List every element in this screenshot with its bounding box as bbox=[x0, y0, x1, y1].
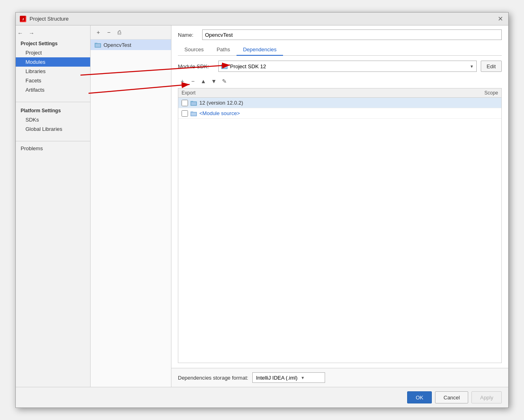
name-input[interactable] bbox=[202, 29, 502, 40]
svg-text:J: J bbox=[22, 17, 24, 21]
sdk-dropdown[interactable]: Project SDK 12 ▼ bbox=[218, 61, 477, 72]
title-bar-left: J Project Structure bbox=[20, 16, 69, 22]
remove-dep-button[interactable]: − bbox=[188, 77, 197, 86]
nav-back-button[interactable]: ← bbox=[16, 29, 25, 38]
storage-format-row: Dependencies storage format: IntelliJ ID… bbox=[171, 368, 508, 387]
add-dep-button[interactable]: + bbox=[178, 77, 187, 86]
sidebar-item-problems[interactable]: Problems bbox=[16, 144, 90, 153]
sidebar-item-modules[interactable]: Modules bbox=[16, 57, 90, 67]
sdk-dropdown-arrow-icon: ▼ bbox=[470, 64, 474, 69]
name-label: Name: bbox=[178, 32, 198, 38]
content-panel: Name: Sources Paths Dependencies bbox=[171, 25, 508, 387]
content-body: Module SDK: Project SDK 12 ▼ Edit bbox=[171, 56, 508, 368]
sidebar-spacer-1 bbox=[16, 94, 90, 99]
dialog-body: ← → Project Settings Project Modules Lib… bbox=[16, 25, 508, 387]
tabs: Sources Paths Dependencies bbox=[178, 44, 502, 56]
title-bar: J Project Structure ✕ bbox=[16, 13, 508, 25]
sidebar-item-project[interactable]: Project bbox=[16, 48, 90, 57]
svg-rect-12 bbox=[190, 111, 193, 113]
remove-module-button[interactable]: − bbox=[104, 28, 113, 37]
sidebar: ← → Project Settings Project Modules Lib… bbox=[16, 25, 91, 387]
svg-rect-7 bbox=[222, 65, 227, 68]
sidebar-item-global-libraries[interactable]: Global Libraries bbox=[16, 124, 90, 134]
nav-buttons: ← → bbox=[16, 29, 87, 38]
svg-rect-6 bbox=[221, 64, 224, 65]
close-button[interactable]: ✕ bbox=[496, 15, 504, 23]
move-up-dep-button[interactable]: ▲ bbox=[199, 77, 208, 86]
dep-row-sdk[interactable]: 12 (version 12.0.2) bbox=[178, 98, 501, 108]
dep-source-folder-icon bbox=[190, 111, 197, 116]
module-list-panel: + − ⎙ Ope bbox=[91, 25, 171, 387]
dep-table: Export Scope bbox=[178, 88, 502, 363]
module-sdk-label: Module SDK: bbox=[178, 63, 214, 69]
sidebar-item-facets[interactable]: Facets bbox=[16, 76, 90, 85]
project-settings-header: Project Settings bbox=[16, 39, 90, 48]
sidebar-spacer-2 bbox=[16, 134, 90, 139]
svg-rect-13 bbox=[191, 113, 196, 116]
module-list: OpencvTest bbox=[91, 40, 171, 387]
dep-table-body: 12 (version 12.0.2) bbox=[178, 98, 501, 363]
copy-module-button[interactable]: ⎙ bbox=[115, 28, 124, 37]
module-folder-icon bbox=[95, 42, 101, 48]
dep-row-source-label: <Module source> bbox=[199, 110, 458, 116]
sidebar-divider-2 bbox=[16, 141, 90, 141]
sidebar-divider-1 bbox=[16, 102, 90, 102]
tab-paths[interactable]: Paths bbox=[210, 44, 237, 56]
svg-rect-3 bbox=[95, 43, 97, 44]
dep-scope-header: Scope bbox=[458, 90, 498, 96]
tab-sources[interactable]: Sources bbox=[178, 44, 210, 56]
module-list-item[interactable]: OpencvTest bbox=[91, 40, 171, 50]
platform-settings-header: Platform Settings bbox=[16, 106, 90, 115]
dep-row-module-source[interactable]: <Module source> bbox=[178, 108, 501, 119]
ok-button[interactable]: OK bbox=[407, 391, 432, 403]
dep-row-sdk-label: 12 (version 12.0.2) bbox=[199, 100, 458, 106]
module-sdk-row: Module SDK: Project SDK 12 ▼ Edit bbox=[178, 61, 502, 72]
svg-rect-4 bbox=[95, 44, 100, 47]
sidebar-item-libraries[interactable]: Libraries bbox=[16, 67, 90, 76]
dep-row-sdk-checkbox[interactable] bbox=[182, 100, 188, 106]
nav-forward-button[interactable]: → bbox=[27, 29, 36, 38]
storage-dropdown-arrow-icon: ▼ bbox=[301, 376, 305, 380]
cancel-button[interactable]: Cancel bbox=[435, 391, 468, 403]
sidebar-item-artifacts[interactable]: Artifacts bbox=[16, 85, 90, 94]
storage-format-dropdown[interactable]: IntelliJ IDEA (.iml) ▼ bbox=[252, 372, 325, 383]
edit-dep-button[interactable]: ✎ bbox=[220, 77, 229, 86]
sidebar-item-sdks[interactable]: SDKs bbox=[16, 115, 90, 124]
tab-dependencies[interactable]: Dependencies bbox=[237, 44, 283, 56]
add-module-button[interactable]: + bbox=[94, 28, 103, 37]
main-split: + − ⎙ Ope bbox=[91, 25, 508, 387]
dep-export-header: Export bbox=[182, 90, 458, 96]
dep-toolbar: + − ▲ ▼ ✎ bbox=[178, 77, 502, 86]
dep-sdk-folder-icon bbox=[190, 100, 197, 106]
apply-button[interactable]: Apply bbox=[471, 391, 502, 403]
dep-table-header: Export Scope bbox=[178, 88, 501, 98]
dialog-title: Project Structure bbox=[30, 16, 69, 22]
idea-icon: J bbox=[20, 16, 26, 22]
name-row: Name: bbox=[178, 29, 502, 40]
dep-row-source-checkbox[interactable] bbox=[182, 110, 188, 117]
svg-rect-10 bbox=[191, 102, 196, 105]
project-structure-dialog: J Project Structure ✕ ← → Project Settin… bbox=[15, 12, 509, 408]
content-header: Name: Sources Paths Dependencies bbox=[171, 25, 508, 56]
dialog-footer: OK Cancel Apply bbox=[16, 387, 508, 407]
edit-sdk-button[interactable]: Edit bbox=[481, 61, 502, 72]
storage-format-label: Dependencies storage format: bbox=[178, 375, 248, 381]
sdk-folder-icon bbox=[221, 63, 228, 69]
move-down-dep-button[interactable]: ▼ bbox=[209, 77, 218, 86]
module-toolbar: + − ⎙ bbox=[91, 25, 171, 40]
svg-rect-9 bbox=[190, 101, 193, 102]
